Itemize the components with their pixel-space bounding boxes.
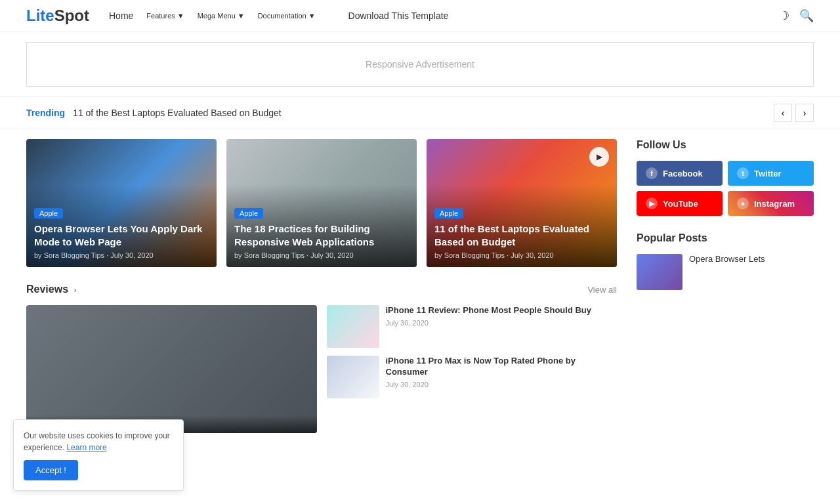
- reviews-title: Reviews ›: [26, 284, 77, 295]
- header-icons: ☽ 🔍: [779, 9, 814, 23]
- featured-card-1[interactable]: Apple Opera Browser Lets You Apply Dark …: [26, 139, 217, 267]
- review-list: iPhone 11 Review: Phone Most People Shou…: [327, 305, 618, 433]
- card-badge-3: Apple: [434, 208, 463, 219]
- instagram-icon: ●: [737, 198, 749, 209]
- download-template-link[interactable]: Download This Template: [348, 10, 449, 21]
- popular-posts-title: Popular Posts: [637, 232, 814, 244]
- logo-spot: Spot: [54, 7, 89, 24]
- facebook-button[interactable]: f Facebook: [637, 161, 723, 186]
- trending-label: Trending: [26, 108, 65, 118]
- reviews-section-header: Reviews › View all: [26, 284, 617, 295]
- play-button[interactable]: ▶: [589, 147, 609, 167]
- review-info-2: iPhone 11 Pro Max is Now Top Rated Phone…: [386, 356, 618, 388]
- content-area: Apple Opera Browser Lets You Apply Dark …: [26, 139, 617, 433]
- trending-nav: ‹ ›: [774, 104, 814, 122]
- follow-us-title: Follow Us: [637, 139, 814, 151]
- trending-next[interactable]: ›: [795, 104, 814, 122]
- review-item-1[interactable]: iPhone 11 Review: Phone Most People Shou…: [327, 305, 618, 348]
- nav-features[interactable]: Features ▼: [146, 12, 184, 20]
- ad-banner: Responsive Advertisement: [26, 42, 814, 87]
- card-meta-2: by Sora Blogging Tips · July 30, 2020: [234, 251, 409, 259]
- logo[interactable]: LiteSpot: [26, 7, 89, 25]
- twitter-button[interactable]: t Twitter: [728, 161, 814, 186]
- trending-bar: Trending 11 of the Best Laptops Evaluate…: [0, 96, 840, 129]
- search-button[interactable]: 🔍: [799, 9, 814, 23]
- review-thumb-1: [327, 305, 379, 348]
- nav-mega-menu[interactable]: Mega Menu ▼: [198, 12, 245, 20]
- featured-row: Apple Opera Browser Lets You Apply Dark …: [26, 139, 617, 267]
- card-title-1: Opera Browser Lets You Apply Dark Mode t…: [34, 222, 209, 248]
- trending-prev[interactable]: ‹: [774, 104, 792, 122]
- card-badge-2: Apple: [234, 208, 263, 219]
- main-content: Apple Opera Browser Lets You Apply Dark …: [0, 139, 840, 433]
- popular-post-title-1: Opera Browser Lets: [689, 254, 765, 265]
- facebook-icon: f: [646, 167, 658, 179]
- nav-documentation[interactable]: Documentation ▼: [258, 12, 316, 20]
- card-badge-1: Apple: [34, 208, 63, 219]
- review-item-2[interactable]: iPhone 11 Pro Max is Now Top Rated Phone…: [327, 356, 618, 398]
- featured-card-3[interactable]: ▶ Apple 11 of the Best Laptops Evaluated…: [427, 139, 617, 267]
- sidebar: Follow Us f Facebook t Twitter ▶ YouTube…: [637, 139, 814, 433]
- review-thumb-2: [327, 356, 379, 398]
- card-meta-3: by Sora Blogging Tips · July 30, 2020: [434, 251, 609, 259]
- card-meta-1: by Sora Blogging Tips · July 30, 2020: [34, 251, 209, 259]
- trending-text: 11 of the Best Laptops Evaluated Based o…: [73, 108, 774, 118]
- card-overlay-1: Apple Opera Browser Lets You Apply Dark …: [26, 184, 217, 267]
- popular-thumb-1: [637, 254, 682, 290]
- card-overlay-3: Apple 11 of the Best Laptops Evaluated B…: [427, 184, 617, 267]
- follow-us-section: Follow Us f Facebook t Twitter ▶ YouTube…: [637, 139, 814, 216]
- main-nav: Home Features ▼ Mega Menu ▼ Documentatio…: [109, 10, 766, 21]
- nav-home[interactable]: Home: [109, 10, 133, 21]
- card-title-3: 11 of the Best Laptops Evaluated Based o…: [434, 222, 609, 248]
- card-overlay-2: Apple The 18 Practices for Building Resp…: [226, 184, 417, 267]
- youtube-icon: ▶: [646, 198, 658, 209]
- cookie-text: Our website uses cookies to improve your…: [24, 430, 173, 433]
- popular-posts-section: Popular Posts Opera Browser Lets: [637, 232, 814, 290]
- youtube-button[interactable]: ▶ YouTube: [637, 191, 723, 216]
- view-all-link[interactable]: View all: [587, 285, 617, 295]
- review-main-image[interactable]: [26, 305, 317, 433]
- review-title-1: iPhone 11 Review: Phone Most People Shou…: [386, 305, 618, 316]
- twitter-icon: t: [737, 167, 749, 179]
- reviews-grid: iPhone 11 Review: Phone Most People Shou…: [26, 305, 617, 433]
- review-date-1: July 30, 2020: [386, 319, 618, 327]
- dark-mode-toggle[interactable]: ☽: [779, 9, 789, 23]
- featured-card-2[interactable]: Apple The 18 Practices for Building Resp…: [226, 139, 417, 267]
- instagram-button[interactable]: ● Instagram: [728, 191, 814, 216]
- cookie-banner: Our website uses cookies to improve your…: [13, 419, 184, 433]
- review-title-2: iPhone 11 Pro Max is Now Top Rated Phone…: [386, 356, 618, 378]
- site-header: LiteSpot Home Features ▼ Mega Menu ▼ Doc…: [0, 0, 840, 32]
- popular-post-1[interactable]: Opera Browser Lets: [637, 254, 814, 290]
- card-title-2: The 18 Practices for Building Responsive…: [234, 222, 409, 248]
- logo-lite: Lite: [26, 7, 54, 24]
- review-info-1: iPhone 11 Review: Phone Most People Shou…: [386, 305, 618, 327]
- social-grid: f Facebook t Twitter ▶ YouTube ● Instagr…: [637, 161, 814, 216]
- review-date-2: July 30, 2020: [386, 381, 618, 388]
- reviews-arrow: ›: [74, 285, 77, 295]
